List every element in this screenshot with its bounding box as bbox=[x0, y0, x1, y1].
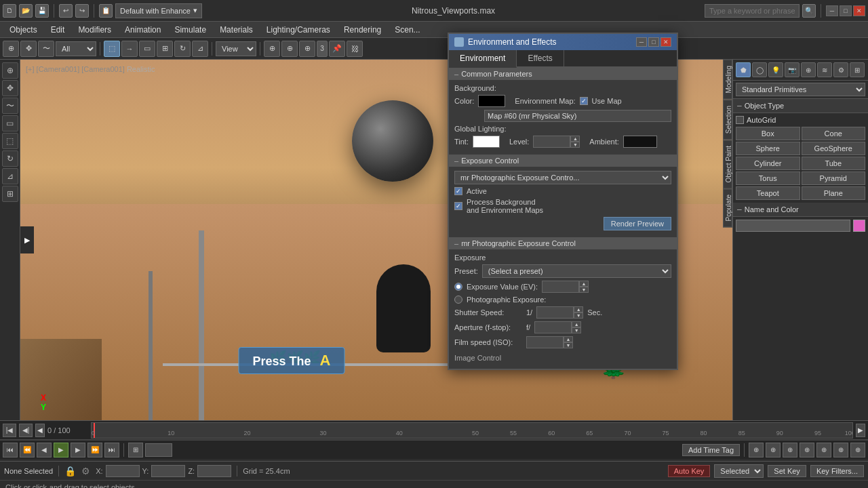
shutter-spinner[interactable]: 128.0 ▲ ▼ bbox=[536, 306, 583, 319]
shutter-dn[interactable]: ▼ bbox=[574, 312, 583, 319]
rotate-icon[interactable]: ↻ bbox=[174, 41, 191, 57]
close-btn[interactable]: ✕ bbox=[853, 5, 865, 16]
dialog-close[interactable]: ✕ bbox=[660, 37, 671, 47]
set-key-btn[interactable]: Set Key bbox=[768, 465, 806, 477]
mr-exposure-bar[interactable]: – mr Photographic Exposure Control bbox=[449, 237, 677, 249]
y-input[interactable] bbox=[151, 465, 185, 477]
film-input[interactable]: 100.0 bbox=[526, 336, 564, 348]
tool6-icon[interactable]: ↻ bbox=[2, 150, 18, 167]
save-icon[interactable]: 💾 bbox=[35, 4, 49, 18]
ev-up[interactable]: ▲ bbox=[579, 281, 589, 287]
menu-modifiers[interactable]: Modifiers bbox=[71, 22, 118, 38]
tool5-icon[interactable]: ⬚ bbox=[2, 133, 18, 149]
tint-color-swatch[interactable] bbox=[473, 136, 500, 148]
anim-extra7[interactable]: ⊕ bbox=[850, 443, 865, 458]
render-preview-btn[interactable]: Render Preview bbox=[604, 217, 671, 230]
select2-icon[interactable]: → bbox=[121, 41, 138, 57]
timeline-prev-btn[interactable]: |◀ bbox=[3, 424, 16, 437]
tool7-icon[interactable]: ⊿ bbox=[2, 168, 18, 184]
snap-icon[interactable]: ⊕ bbox=[264, 41, 280, 57]
auto-key-btn[interactable]: Auto Key bbox=[668, 465, 711, 477]
helpers-icon[interactable]: ⊕ bbox=[801, 62, 816, 77]
time-input[interactable] bbox=[145, 443, 172, 457]
autogrid-checkbox[interactable] bbox=[736, 116, 744, 124]
snap2-icon[interactable]: ⊕ bbox=[281, 41, 298, 57]
ev-input[interactable]: 13.0 bbox=[542, 281, 579, 293]
rect-icon[interactable]: ▭ bbox=[139, 41, 155, 57]
menu-lighting[interactable]: Lighting/Cameras bbox=[260, 22, 337, 38]
anim-extra5[interactable]: ⊕ bbox=[816, 443, 831, 458]
anim-mode-btn[interactable]: ⊞ bbox=[128, 443, 143, 458]
torus-btn[interactable]: Torus bbox=[736, 171, 800, 185]
pin-icon[interactable]: 📌 bbox=[329, 41, 345, 57]
film-spinner[interactable]: 100.0 ▲ ▼ bbox=[526, 336, 573, 348]
anim-prev-frame[interactable]: ◀ bbox=[37, 443, 52, 458]
anim-btn1[interactable]: ⏮ bbox=[3, 443, 18, 458]
tool8-icon[interactable]: ⊞ bbox=[2, 186, 18, 202]
viewport-play-btn[interactable]: ▶ bbox=[20, 226, 34, 253]
ev-dn[interactable]: ▼ bbox=[579, 287, 589, 293]
timeline-start-btn[interactable]: ◀| bbox=[19, 424, 33, 437]
level-up[interactable]: ▲ bbox=[570, 136, 580, 142]
film-dn[interactable]: ▼ bbox=[564, 342, 573, 348]
dialog-minimize[interactable]: ─ bbox=[636, 37, 647, 47]
new-icon[interactable]: 🗋 bbox=[3, 4, 16, 18]
select-icon[interactable]: ⊕ bbox=[3, 41, 19, 57]
minimize-btn[interactable]: ─ bbox=[826, 5, 838, 16]
box-btn[interactable]: Box bbox=[736, 127, 800, 140]
aperture-up[interactable]: ▲ bbox=[572, 321, 581, 327]
open-icon[interactable]: 📂 bbox=[19, 4, 33, 18]
active-checkbox[interactable] bbox=[454, 187, 462, 195]
z-input[interactable] bbox=[197, 465, 231, 477]
filter-dropdown[interactable]: All bbox=[56, 41, 96, 56]
maximize-btn[interactable]: □ bbox=[840, 5, 852, 16]
tab-environment[interactable]: Environment bbox=[449, 50, 517, 68]
aperture-dn[interactable]: ▼ bbox=[572, 327, 581, 333]
transform-icon[interactable]: ⊞ bbox=[157, 41, 173, 57]
move-icon[interactable]: ✥ bbox=[20, 41, 37, 57]
preset-select[interactable]: (Select a preset) bbox=[482, 264, 671, 278]
lights-icon[interactable]: 💡 bbox=[768, 62, 783, 77]
menu-scene[interactable]: Scen... bbox=[388, 22, 427, 38]
cylinder-btn[interactable]: Cylinder bbox=[736, 157, 800, 170]
anim-ff[interactable]: ⏩ bbox=[87, 443, 102, 458]
shutter-input[interactable]: 128.0 bbox=[536, 306, 574, 319]
anim-next-frame[interactable]: ▶ bbox=[71, 443, 85, 458]
name-color-collapse[interactable]: – bbox=[737, 205, 742, 214]
use-map-checkbox[interactable] bbox=[580, 97, 588, 105]
x-input[interactable] bbox=[106, 465, 140, 477]
menu-animation[interactable]: Animation bbox=[118, 22, 167, 38]
cone-btn[interactable]: Cone bbox=[802, 127, 866, 140]
color-swatch[interactable] bbox=[853, 220, 865, 232]
populate-tab[interactable]: Populate bbox=[723, 188, 732, 227]
sphere-btn[interactable]: Sphere bbox=[736, 142, 800, 155]
tube-btn[interactable]: Tube bbox=[802, 157, 866, 170]
add-time-tag-btn[interactable]: Add Time Tag bbox=[682, 444, 740, 456]
magnet-icon[interactable]: ⊕ bbox=[299, 41, 315, 57]
aperture-input[interactable]: 8.0 bbox=[534, 321, 572, 333]
pyramid-btn[interactable]: Pyramid bbox=[802, 171, 866, 185]
menu-simulate[interactable]: Simulate bbox=[167, 22, 213, 38]
scale-icon[interactable]: ⊿ bbox=[192, 41, 208, 57]
level-input[interactable]: 1.0 bbox=[533, 136, 570, 148]
teapot-btn[interactable]: Teapot bbox=[736, 186, 800, 200]
ambient-color-swatch[interactable] bbox=[623, 136, 657, 148]
lasso-icon[interactable]: 〜 bbox=[38, 41, 54, 57]
ev-spinner[interactable]: 13.0 ▲ ▼ bbox=[542, 281, 589, 293]
level-dn[interactable]: ▼ bbox=[570, 142, 580, 148]
hold-icon[interactable]: 📋 bbox=[99, 4, 113, 18]
chain-icon[interactable]: ⛓ bbox=[347, 41, 363, 57]
photo-radio[interactable] bbox=[454, 296, 462, 304]
tool4-icon[interactable]: ▭ bbox=[2, 115, 18, 131]
manip-icon[interactable]: ⊞ bbox=[850, 62, 865, 77]
object-type-collapse[interactable]: – bbox=[737, 101, 742, 110]
select-filter-icon[interactable]: ⬚ bbox=[104, 41, 120, 57]
anim-extra6[interactable]: ⊕ bbox=[833, 443, 848, 458]
anim-extra3[interactable]: ⊕ bbox=[783, 443, 797, 458]
viewport-plus[interactable]: [+] bbox=[26, 65, 35, 73]
tool2-icon[interactable]: ✥ bbox=[2, 80, 18, 96]
key-filters-btn[interactable]: Key Filters... bbox=[810, 465, 864, 477]
film-up[interactable]: ▲ bbox=[564, 336, 573, 342]
menu-materials[interactable]: Materials bbox=[213, 22, 260, 38]
aperture-spinner[interactable]: 8.0 ▲ ▼ bbox=[534, 321, 581, 333]
